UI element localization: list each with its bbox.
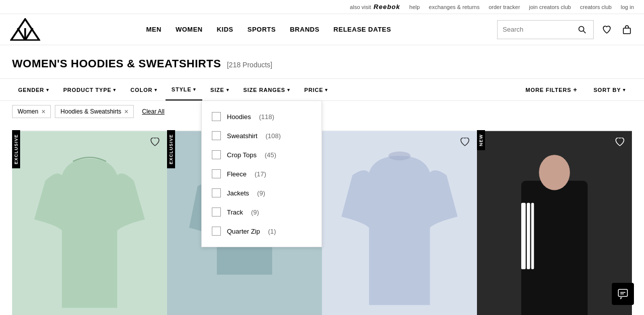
style-count-sweatshirt: (108) bbox=[266, 132, 281, 140]
svg-line-3 bbox=[25, 28, 33, 40]
chevron-down-icon: ▾ bbox=[46, 87, 49, 92]
order-tracker-link[interactable]: order tracker bbox=[489, 4, 520, 10]
checkbox-jackets[interactable] bbox=[212, 188, 221, 197]
wishlist-button[interactable] bbox=[613, 135, 627, 149]
style-count-jackets: (9) bbox=[257, 189, 265, 197]
svg-point-16 bbox=[539, 155, 570, 190]
clear-all-button[interactable]: Clear All bbox=[138, 106, 169, 117]
checkbox-crop-tops[interactable] bbox=[212, 150, 221, 159]
active-filter-women[interactable]: Women × bbox=[12, 105, 51, 118]
active-filter-hoodies-label: Hoodies & Sweatshirts bbox=[60, 108, 121, 115]
chevron-down-icon: ▾ bbox=[623, 87, 626, 92]
style-option-track[interactable]: Track (9) bbox=[202, 202, 321, 222]
main-nav: MEN WOMEN KIDS SPORTS BRANDS RELEASE DAT… bbox=[55, 24, 482, 35]
product-badge-new: NEW bbox=[477, 130, 485, 150]
wishlist-button[interactable] bbox=[148, 135, 162, 149]
active-filter-women-label: Women bbox=[18, 108, 38, 115]
style-filter-button[interactable]: STYLE ▾ bbox=[166, 79, 202, 100]
color-filter-button[interactable]: COLOR ▾ bbox=[124, 80, 164, 100]
style-label-sweatshirt: Sweatshirt bbox=[227, 132, 258, 140]
product-image bbox=[12, 130, 167, 315]
style-option-quarter-zip[interactable]: Quarter Zip (1) bbox=[202, 222, 321, 241]
nav-women[interactable]: WOMEN bbox=[176, 24, 203, 35]
creators-club-link[interactable]: creators club bbox=[580, 4, 612, 10]
join-creators-club-link[interactable]: join creators club bbox=[529, 4, 571, 10]
chat-icon bbox=[617, 288, 628, 299]
chat-button[interactable] bbox=[612, 283, 634, 305]
search-box[interactable] bbox=[497, 20, 594, 39]
reebok-logo: Reebok bbox=[374, 3, 400, 11]
product-image-container: EXCLUSIVE bbox=[12, 130, 167, 315]
style-label-quarter-zip: Quarter Zip bbox=[227, 228, 260, 235]
active-filter-hoodies-sweatshirts[interactable]: Hoodies & Sweatshirts × bbox=[55, 105, 134, 118]
style-count-track: (9) bbox=[251, 208, 259, 216]
chevron-down-icon: ▾ bbox=[325, 87, 328, 92]
svg-rect-13 bbox=[521, 203, 526, 269]
product-image bbox=[322, 130, 477, 315]
product-grid: EXCLUSIVE Originals SHMOO HOODIE $90 2 c… bbox=[0, 122, 644, 315]
svg-rect-6 bbox=[623, 28, 630, 34]
exchanges-returns-link[interactable]: exchanges & returns bbox=[429, 4, 479, 10]
page-title-area: WOMEN'S HOODIES & SWEATSHIRTS [218 Produ… bbox=[0, 45, 644, 78]
remove-women-filter-icon[interactable]: × bbox=[41, 108, 45, 116]
style-count-fleece: (17) bbox=[255, 170, 266, 178]
checkbox-sweatshirt[interactable] bbox=[212, 131, 221, 140]
style-count-hoodies: (118) bbox=[259, 113, 274, 121]
nav-release-dates[interactable]: RELEASE DATES bbox=[334, 24, 391, 35]
style-label-track: Track bbox=[227, 208, 243, 216]
price-filter-button[interactable]: PRICE ▾ bbox=[298, 80, 334, 100]
style-label-jackets: Jackets bbox=[227, 189, 249, 197]
active-filters: Women × Hoodies & Sweatshirts × Clear Al… bbox=[0, 101, 644, 122]
search-button[interactable] bbox=[576, 24, 588, 36]
svg-point-10 bbox=[388, 152, 411, 161]
chevron-down-icon: ▾ bbox=[287, 87, 290, 92]
chevron-down-icon: ▾ bbox=[226, 87, 229, 92]
svg-line-2 bbox=[18, 28, 25, 40]
checkbox-fleece[interactable] bbox=[212, 169, 221, 178]
svg-rect-14 bbox=[527, 203, 530, 269]
search-icon bbox=[578, 26, 586, 34]
style-count-quarter-zip: (1) bbox=[268, 228, 276, 235]
nav-brands[interactable]: BRANDS bbox=[290, 24, 319, 35]
nav-kids[interactable]: KIDS bbox=[217, 24, 233, 35]
nav-sports[interactable]: SPORTS bbox=[248, 24, 276, 35]
adidas-logo[interactable] bbox=[10, 18, 40, 41]
wishlist-button[interactable] bbox=[458, 135, 472, 149]
log-in-link[interactable]: log in bbox=[621, 4, 634, 10]
page-title: WOMEN'S HOODIES & SWEATSHIRTS bbox=[12, 57, 221, 70]
search-input[interactable] bbox=[503, 26, 573, 33]
checkbox-quarter-zip[interactable] bbox=[212, 227, 221, 236]
product-type-filter-button[interactable]: PRODUCT TYPE ▾ bbox=[57, 80, 123, 100]
gender-filter-button[interactable]: GENDER ▾ bbox=[12, 80, 55, 100]
checkbox-track[interactable] bbox=[212, 207, 221, 217]
cart-button[interactable] bbox=[620, 23, 634, 37]
nav-men[interactable]: MEN bbox=[146, 24, 162, 35]
product-image bbox=[477, 130, 632, 315]
style-option-crop-tops[interactable]: Crop Tops (45) bbox=[202, 145, 321, 164]
filter-bar: GENDER ▾ PRODUCT TYPE ▾ COLOR ▾ STYLE ▾ … bbox=[0, 78, 644, 101]
filter-right-actions: MORE FILTERS + SORT BY ▾ bbox=[520, 79, 632, 100]
size-filter-button[interactable]: SIZE ▾ bbox=[204, 80, 235, 100]
help-link[interactable]: help bbox=[410, 4, 420, 10]
more-filters-button[interactable]: MORE FILTERS + bbox=[520, 79, 584, 100]
style-option-sweatshirt[interactable]: Sweatshirt (108) bbox=[202, 126, 321, 145]
heart-icon bbox=[602, 25, 612, 35]
product-image-container: NEW bbox=[477, 130, 632, 315]
sort-by-button[interactable]: SORT BY ▾ bbox=[588, 80, 632, 100]
chevron-down-icon: ▾ bbox=[113, 87, 116, 92]
checkbox-hoodies[interactable] bbox=[212, 112, 221, 121]
product-card: Originals SHMOO HOODIE $90 2 colors bbox=[322, 130, 477, 315]
product-card: EXCLUSIVE Originals SHMOO HOODIE $90 2 c… bbox=[12, 130, 167, 315]
top-bar: also visit Reebok help exchanges & retur… bbox=[0, 0, 644, 14]
style-option-jackets[interactable]: Jackets (9) bbox=[202, 183, 321, 202]
style-option-fleece[interactable]: Fleece (17) bbox=[202, 164, 321, 183]
size-ranges-filter-button[interactable]: SIZE RANGES ▾ bbox=[237, 80, 296, 100]
wishlist-header-button[interactable] bbox=[600, 23, 614, 37]
svg-point-4 bbox=[579, 26, 584, 31]
heart-icon bbox=[150, 138, 160, 147]
product-card: NEW Women's Essentials ESSENTIALS 3-STRI… bbox=[477, 130, 632, 315]
product-count: [218 Products] bbox=[227, 61, 272, 69]
remove-hoodies-filter-icon[interactable]: × bbox=[124, 108, 128, 116]
style-label-fleece: Fleece bbox=[227, 170, 247, 178]
style-option-hoodies[interactable]: Hoodies (118) bbox=[202, 107, 321, 126]
